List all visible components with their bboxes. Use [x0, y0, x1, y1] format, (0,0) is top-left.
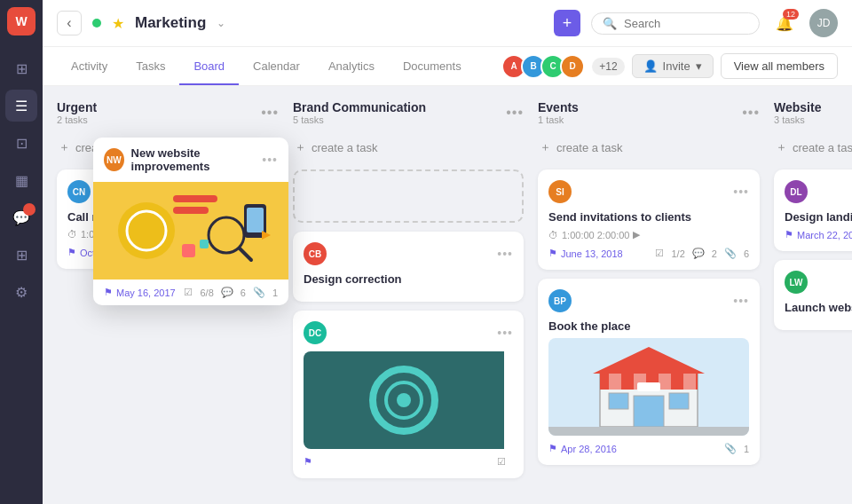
add-task-label: create a task — [793, 141, 852, 154]
sidebar-icon-chart[interactable]: ▦ — [5, 164, 37, 196]
column-brand-menu[interactable]: ••• — [506, 105, 524, 121]
project-star-icon[interactable]: ★ — [112, 15, 124, 32]
column-website-title: Website — [774, 100, 821, 114]
card-date: ⚑ — [304, 456, 316, 468]
add-task-brand[interactable]: ＋ create a task — [293, 134, 524, 161]
sidebar-icon-grid[interactable]: ⊞ — [5, 239, 37, 271]
card-title: Design correction — [304, 272, 513, 286]
add-icon: ＋ — [776, 139, 787, 155]
column-events-count: 1 task — [538, 114, 579, 125]
nav-tabs: Activity Tasks Board Calendar Analytics … — [43, 47, 852, 86]
card-menu[interactable]: ••• — [497, 326, 513, 340]
invite-button[interactable]: 👤 Invite ▾ — [632, 54, 714, 78]
svg-point-3 — [397, 393, 411, 407]
svg-rect-14 — [669, 393, 689, 409]
svg-rect-12 — [634, 396, 664, 427]
add-button[interactable]: + — [554, 10, 580, 36]
svg-rect-8 — [609, 374, 621, 390]
column-brand-count: 5 tasks — [293, 114, 426, 125]
tab-activity[interactable]: Activity — [57, 47, 122, 85]
card-design-correction[interactable]: DC ••• ⚑ — [293, 311, 524, 478]
add-icon: ＋ — [59, 139, 70, 155]
card-menu[interactable]: ••• — [733, 294, 749, 308]
card-menu[interactable]: ••• — [497, 247, 513, 261]
card-footer: ⚑ June 13, 2018 ☑ 1/2 💬 2 📎 6 — [548, 248, 749, 259]
notification-badge: 12 — [783, 9, 799, 20]
search-box[interactable]: 🔍 — [591, 12, 760, 35]
column-website: Website 3 tasks ••• ＋ create a task DL •… — [774, 100, 852, 490]
popup-tasks-value: 6/8 — [200, 287, 213, 298]
date-value: March 22, 2018 — [797, 230, 852, 240]
card-avatar: LW — [785, 271, 808, 294]
tab-board[interactable]: Board — [179, 47, 239, 85]
flag-icon: ⚑ — [548, 443, 557, 454]
card-stats: ☑ 1/2 💬 2 📎 6 — [655, 248, 749, 259]
view-members-button[interactable]: View all members — [721, 53, 838, 79]
attach-value: 6 — [744, 248, 749, 259]
card-image-shop — [548, 338, 749, 436]
card-menu[interactable]: ••• — [733, 185, 749, 199]
sidebar-icon-settings[interactable]: ⚙ — [5, 276, 37, 308]
tab-analytics[interactable]: Analytics — [314, 47, 389, 85]
notification-button[interactable]: 🔔 12 — [770, 9, 799, 37]
card-book-place[interactable]: BP ••• Book the place — [538, 279, 760, 465]
topbar: ‹ ★ Marketing ⌄ + 🔍 🔔 12 JD — [43, 0, 852, 47]
card-brand-book[interactable]: CB ••• Design correction — [293, 232, 524, 302]
card-footer: ⚑ ☑ — [304, 456, 513, 468]
invite-icon: 👤 — [643, 59, 658, 73]
popup-card[interactable]: NW New website improvements ••• — [93, 138, 288, 305]
card-image-teal — [304, 351, 513, 449]
search-input[interactable] — [624, 17, 748, 30]
user-avatar[interactable]: JD — [809, 9, 838, 37]
svg-rect-20 — [173, 207, 209, 214]
card-title: Send invitations to clients — [548, 210, 749, 224]
tab-calendar[interactable]: Calendar — [239, 47, 314, 85]
column-brand-title: Brand Communication — [293, 100, 426, 114]
column-urgent-menu[interactable]: ••• — [261, 105, 279, 121]
project-chevron-icon[interactable]: ⌄ — [217, 17, 225, 29]
add-task-label: create a task — [556, 141, 622, 154]
popup-attach-value: 1 — [272, 287, 278, 298]
card-header: DL ••• — [785, 180, 852, 203]
popup-menu[interactable]: ••• — [262, 153, 278, 167]
app-logo[interactable]: W — [7, 7, 36, 35]
project-title: Marketing — [135, 14, 206, 32]
column-brand-header: Brand Communication 5 tasks ••• — [293, 100, 524, 125]
card-avatar: CB — [304, 242, 327, 265]
column-events-menu[interactable]: ••• — [742, 105, 760, 121]
card-date: ⚑ March 22, 2018 — [785, 229, 852, 240]
add-icon: ＋ — [540, 139, 551, 155]
member-avatar-4[interactable]: D — [560, 54, 585, 79]
back-button[interactable]: ‹ — [57, 11, 82, 35]
back-icon: ‹ — [67, 15, 71, 31]
card-send-invitations[interactable]: SI ••• Send invitations to clients ⏱ 1:0… — [538, 169, 760, 270]
svg-rect-11 — [683, 374, 696, 390]
svg-rect-25 — [200, 240, 209, 248]
tab-documents[interactable]: Documents — [389, 47, 476, 85]
tab-tasks[interactable]: Tasks — [122, 47, 179, 85]
members-count[interactable]: +12 — [592, 58, 624, 75]
add-task-website[interactable]: ＋ create a task — [774, 134, 852, 161]
drop-zone[interactable] — [293, 169, 524, 223]
sidebar-icon-chat[interactable]: 💬 — [5, 201, 37, 233]
card-stats: 📎 1 — [724, 443, 749, 454]
column-events-title: Events — [538, 100, 579, 114]
column-website-header: Website 3 tasks ••• — [774, 100, 852, 125]
sidebar: W ⊞ ☰ ⊡ ▦ 💬 ⊞ ⚙ — [0, 0, 43, 504]
attach-value: 1 — [744, 444, 749, 454]
svg-rect-15 — [637, 382, 660, 391]
time-value: 1:00:00 2:00:00 — [562, 230, 629, 240]
card-launch-website[interactable]: LW ••• Launch website to produ... — [774, 260, 852, 330]
column-urgent-count: 2 tasks — [57, 114, 97, 125]
search-icon: 🔍 — [603, 17, 617, 30]
clock-icon: ⏱ — [67, 229, 77, 240]
add-task-events[interactable]: ＋ create a task — [538, 134, 760, 161]
card-design-landing[interactable]: DL ••• Design landing pages fo... ⚑ Marc… — [774, 169, 852, 251]
popup-comments-value: 6 — [241, 287, 246, 298]
sidebar-icon-calendar[interactable]: ⊡ — [5, 127, 37, 159]
sidebar-icon-list[interactable]: ☰ — [5, 90, 37, 122]
popup-comments-icon: 💬 — [221, 287, 233, 298]
clock-icon: ⏱ — [548, 230, 558, 240]
play-icon[interactable]: ▶ — [633, 229, 640, 240]
sidebar-icon-home[interactable]: ⊞ — [5, 52, 37, 84]
